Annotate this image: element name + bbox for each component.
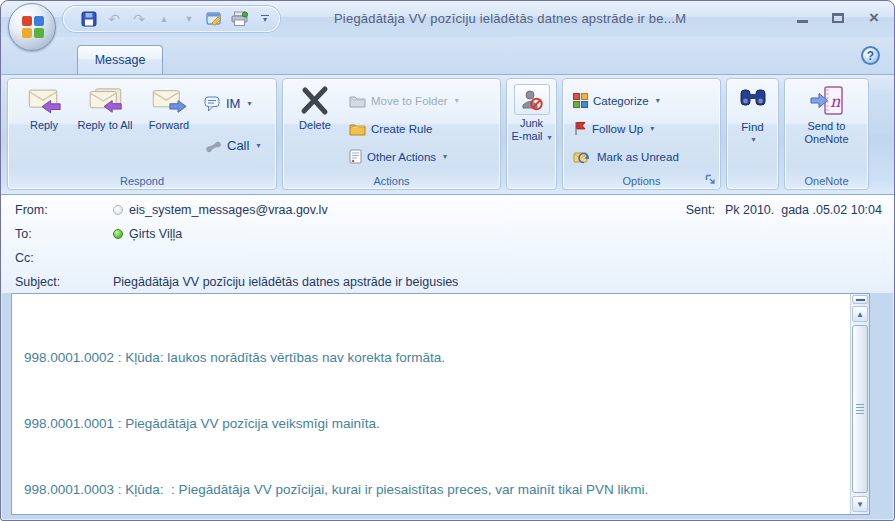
onenote-icon: n [810,85,844,117]
follow-up-label: Follow Up [592,123,643,135]
thumb-grip-icon [856,404,864,414]
call-dropdown-icon: ▾ [256,141,260,150]
quick-access-toolbar: ↶ ↷ ▲ ▼ ▾ [63,6,280,32]
body-line: 998.0001.0002 : Kļūda: laukos norādītās … [24,347,724,369]
group-actions: Delete Move to Folder ▾ Create Rule [282,78,501,190]
im-label: IM [226,96,240,111]
tab-message-label: Message [95,53,146,67]
scrollbar-split-handle[interactable] [852,295,868,304]
move-to-folder-dropdown-icon: ▾ [455,96,459,105]
find-binoculars-icon [740,87,766,107]
scroll-up-icon: ▲ [856,310,864,319]
redo-icon: ↷ [133,11,145,27]
group-onenote: n Send to OneNote OneNote [784,78,869,190]
subject-value: Piegādātāja VV pozīciju ielādētās datnes… [113,275,458,289]
save-button[interactable] [77,8,101,30]
quick-access-more-button[interactable]: ▾ [258,15,272,23]
close-icon: × [869,11,879,25]
find-label: Find [727,121,778,133]
scroll-up-button[interactable]: ▲ [852,306,868,322]
maximize-button[interactable] [830,11,846,25]
delete-button[interactable]: Delete [289,85,341,132]
find-dropdown-icon: ▾ [729,135,778,144]
office-logo-icon [22,16,44,38]
help-icon: ? [867,49,874,63]
call-button[interactable]: Call ▾ [204,135,260,156]
reply-to-all-envelopes-icon [87,85,123,117]
group-junk-email: Junk E-mail ▾ [506,78,557,190]
message-body-text: 998.0001.0002 : Kļūda: laukos norādītās … [24,303,724,521]
create-rule-label: Create Rule [371,123,432,135]
scroll-down-button[interactable]: ▼ [852,496,868,512]
ribbon-tab-row: Message ? [1,37,894,74]
reply-to-all-button[interactable]: Reply to All [74,85,136,132]
undo-icon: ↶ [108,11,120,27]
forward-envelope-icon [151,85,187,117]
im-button[interactable]: IM ▾ [204,93,251,114]
categorize-dropdown-icon: ▾ [656,96,660,105]
sent-label: Sent: [686,203,715,217]
minimize-icon [797,14,808,23]
message-body[interactable]: 998.0001.0002 : Kļūda: laukos norādītās … [11,293,870,515]
reply-button[interactable]: Reply [16,85,72,132]
presence-online-icon[interactable] [113,229,123,239]
to-value[interactable]: Ģirts Viļļa [129,227,182,241]
vertical-scrollbar[interactable]: ▲ ▼ [850,294,869,514]
from-value[interactable]: eis_system_messages@vraa.gov.lv [129,203,328,217]
presence-offline-icon[interactable] [113,205,123,215]
im-icon [204,96,221,112]
from-row: From: [15,203,111,217]
scrollbar-thumb[interactable] [852,325,868,493]
categorize-icon [573,93,588,108]
next-item-button[interactable]: ▼ [177,8,201,30]
options-dialog-launcher[interactable] [704,173,717,186]
cc-label: Cc: [15,251,111,265]
print-icon [231,11,248,27]
tab-message[interactable]: Message [77,45,163,74]
find-button[interactable]: Find ▾ [727,87,778,144]
sent-row: Sent: Pk 2010. gada .05.02 10:04 [686,203,882,217]
edit-form-button[interactable] [202,8,226,30]
junk-email-icon [521,89,543,111]
send-to-onenote-button[interactable]: n Send to OneNote [791,85,862,146]
create-rule-button[interactable]: Create Rule [349,118,432,139]
minimize-button[interactable] [794,11,810,25]
close-button[interactable]: × [866,11,882,25]
move-to-folder-icon [349,94,366,108]
mark-as-unread-label: Mark as Unread [597,151,679,163]
previous-item-button[interactable]: ▲ [152,8,176,30]
categorize-button[interactable]: Categorize ▾ [573,90,660,111]
redo-button[interactable]: ↷ [127,8,151,30]
to-row: To: [15,227,111,241]
create-rule-folder-icon [349,122,366,136]
body-line: 998.0001.0001 : Piegādātāja VV pozīcija … [24,413,724,435]
junk-email-label-line2: E-mail [511,130,542,142]
forward-button[interactable]: Forward [140,85,198,132]
print-button[interactable] [227,8,251,30]
sent-value: Pk 2010. gada .05.02 10:04 [725,203,882,217]
edit-form-icon [206,11,222,27]
group-options-label: Options [563,175,720,187]
other-actions-button[interactable]: Other Actions ▾ [349,146,447,167]
follow-up-button[interactable]: Follow Up ▾ [573,118,654,139]
im-dropdown-icon: ▾ [247,99,251,108]
call-label: Call [227,138,249,153]
message-header: From: eis_system_messages@vraa.gov.lv To… [1,195,894,293]
window-controls: × [794,11,882,25]
move-to-folder-button[interactable]: Move to Folder ▾ [349,90,459,111]
junk-email-button[interactable]: Junk E-mail ▾ [507,79,556,144]
follow-up-flag-icon [573,121,587,136]
office-button[interactable] [8,3,56,51]
subject-label: Subject: [15,275,111,289]
other-actions-label: Other Actions [367,151,436,163]
other-actions-dropdown-icon: ▾ [443,152,447,161]
group-onenote-label: OneNote [785,175,868,187]
help-button[interactable]: ? [861,46,880,65]
subject-value-wrap: Piegādātāja VV pozīciju ielādētās datnes… [113,275,458,289]
send-to-onenote-label: Send to OneNote [791,120,862,146]
to-value-wrap: Ģirts Viļļa [113,227,182,241]
reply-label: Reply [30,119,58,132]
undo-button[interactable]: ↶ [102,8,126,30]
group-respond: Reply Reply to All [7,78,277,190]
mark-as-unread-button[interactable]: Mark as Unread [573,146,679,167]
